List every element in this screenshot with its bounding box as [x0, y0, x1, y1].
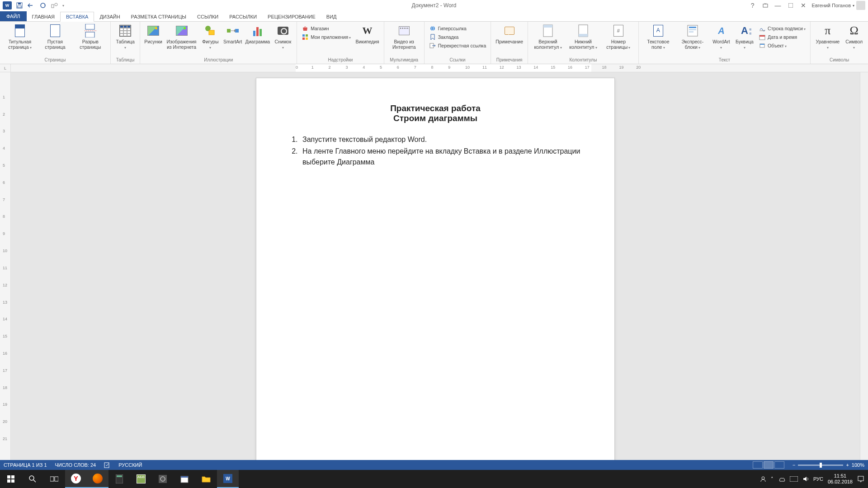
vertical-scrollbar[interactable] — [860, 72, 868, 460]
taskbar-calculator[interactable] — [108, 470, 130, 488]
tab-references[interactable]: ССЫЛКИ — [192, 12, 224, 21]
vertical-ruler[interactable]: 123456789101112131415161718192021 — [0, 72, 11, 460]
close-icon[interactable]: ✕ — [799, 2, 807, 9]
search-button[interactable] — [22, 470, 43, 488]
cover-page-button[interactable]: Титульная страница — [3, 23, 37, 51]
undo-icon[interactable] — [27, 1, 35, 9]
footer-button[interactable]: Нижний колонтитул — [566, 23, 600, 51]
zoom-in-button[interactable]: + — [846, 462, 849, 468]
smartart-button[interactable]: SmartArt — [222, 23, 243, 45]
quick-parts-button[interactable]: Экспресс-блоки — [676, 23, 709, 51]
group-symbols: πУравнение ΩСимвол Символы — [811, 22, 868, 64]
taskbar-app-2[interactable] — [152, 470, 174, 488]
tab-home[interactable]: ГЛАВНАЯ — [27, 12, 60, 21]
tab-design[interactable]: ДИЗАЙН — [94, 12, 125, 21]
web-layout-button[interactable] — [774, 461, 784, 469]
redo-icon[interactable] — [39, 1, 47, 9]
symbol-button[interactable]: ΩСимвол — [843, 23, 865, 51]
equation-button[interactable]: πУравнение — [813, 23, 842, 51]
tab-mailings[interactable]: РАССЫЛКИ — [224, 12, 262, 21]
signature-line-button[interactable]: Строка подписи — [757, 24, 807, 33]
taskbar-yandex[interactable]: Y — [65, 470, 87, 488]
store-button[interactable]: Магазин — [300, 24, 353, 33]
page[interactable]: Практическая работа Строим диаграммы Зап… — [256, 78, 615, 460]
system-tray: ˄ РУС 11:51 06.02.2018 — [760, 473, 868, 484]
date-time-button[interactable]: Дата и время — [757, 33, 807, 41]
quick-access-toolbar: W ▾ — [0, 1, 64, 9]
online-video-button[interactable]: Видео из Интернета — [387, 23, 421, 51]
tray-keyboard-icon[interactable] — [790, 476, 798, 482]
document-scroll[interactable]: Практическая работа Строим диаграммы Зап… — [11, 72, 860, 460]
ribbon-options-icon[interactable] — [761, 2, 769, 9]
tray-ime[interactable]: РУС — [813, 476, 823, 482]
task-view-button[interactable] — [43, 470, 65, 488]
avatar — [856, 1, 865, 10]
qat-customize-icon[interactable]: ▾ — [62, 4, 64, 8]
page-number-button[interactable]: #Номер страницы — [601, 23, 636, 51]
svg-rect-4 — [52, 5, 54, 8]
taskbar-firefox[interactable] — [87, 470, 108, 488]
svg-point-51 — [762, 477, 764, 479]
tray-clock[interactable]: 11:51 06.02.2018 — [828, 473, 853, 484]
tray-people-icon[interactable] — [760, 476, 766, 482]
user-account[interactable]: Евгений Поганов ▾ — [812, 1, 865, 10]
wikipedia-button[interactable]: WВикипедия — [354, 23, 381, 45]
status-page[interactable]: СТРАНИЦА 1 ИЗ 1 — [4, 462, 47, 468]
pictures-button[interactable]: Рисунки — [143, 23, 163, 45]
screenshot-button[interactable]: Снимок — [272, 23, 294, 51]
horizontal-ruler[interactable]: L 01234567891011121314151617181920 — [0, 64, 868, 72]
wordart-button[interactable]: AWordArt — [710, 23, 732, 51]
online-pictures-button[interactable]: Изображения из Интернета — [165, 23, 199, 51]
page-break-button[interactable]: Разрыв страницы — [73, 23, 108, 51]
tray-onedrive-icon[interactable] — [778, 476, 785, 482]
zoom-value[interactable]: 100% — [852, 462, 864, 468]
svg-rect-47 — [159, 475, 167, 483]
svg-rect-24 — [543, 25, 552, 28]
group-tables: Таблица Таблицы — [111, 22, 141, 64]
drop-cap-button[interactable]: A≡≡Буквица — [733, 23, 756, 51]
tab-view[interactable]: ВИД — [321, 12, 342, 21]
status-proofing-icon[interactable] — [104, 462, 110, 468]
tab-review[interactable]: РЕЦЕНЗИРОВАНИЕ — [262, 12, 321, 21]
touch-mode-icon[interactable] — [51, 1, 59, 9]
maximize-icon[interactable] — [787, 2, 795, 9]
zoom-out-button[interactable]: − — [793, 462, 795, 468]
tray-volume-icon[interactable] — [802, 476, 809, 482]
print-layout-button[interactable] — [764, 461, 774, 469]
table-button[interactable]: Таблица — [113, 23, 137, 51]
tab-file[interactable]: ФАЙЛ — [0, 11, 27, 21]
status-words[interactable]: ЧИСЛО СЛОВ: 24 — [55, 462, 96, 468]
taskbar: Y АБВ W ˄ РУС 11:51 06.02.2018 — [0, 470, 868, 488]
minimize-icon[interactable]: — — [774, 2, 782, 9]
group-pages: Титульная страница Пустая страница Разры… — [0, 22, 111, 64]
help-icon[interactable]: ? — [749, 2, 757, 9]
svg-rect-39 — [7, 479, 10, 483]
status-language[interactable]: РУССКИЙ — [118, 462, 142, 468]
text-box-button[interactable]: AТекстовое поле — [642, 23, 675, 51]
doc-list: Запустите текстовый редактор Word. На ле… — [288, 134, 583, 168]
my-apps-button[interactable]: Мои приложения — [300, 33, 353, 41]
group-label: Текст — [642, 56, 807, 64]
shapes-button[interactable]: Фигуры — [199, 23, 221, 51]
view-buttons — [753, 461, 784, 469]
taskbar-word[interactable]: W — [217, 470, 239, 488]
taskbar-app-1[interactable]: АБВ — [130, 470, 152, 488]
bookmark-button[interactable]: Закладка — [427, 33, 488, 41]
header-button[interactable]: Верхний колонтитул — [531, 23, 565, 51]
chart-button[interactable]: Диаграмма — [244, 23, 271, 45]
blank-page-button[interactable]: Пустая страница — [38, 23, 72, 51]
tray-up-icon[interactable]: ˄ — [771, 476, 774, 482]
comment-button[interactable]: Примечание — [494, 23, 525, 45]
cross-reference-button[interactable]: Перекрестная ссылка — [427, 42, 488, 50]
save-icon[interactable] — [15, 1, 24, 9]
hyperlink-button[interactable]: Гиперссылка — [427, 24, 488, 33]
tab-layout[interactable]: РАЗМЕТКА СТРАНИЦЫ — [126, 12, 192, 21]
read-mode-button[interactable] — [753, 461, 763, 469]
taskbar-explorer[interactable] — [195, 470, 217, 488]
start-button[interactable] — [0, 470, 22, 488]
tray-notifications-icon[interactable] — [857, 475, 864, 483]
zoom-slider[interactable] — [798, 465, 843, 466]
object-button[interactable]: Объект — [757, 42, 807, 50]
tab-insert[interactable]: ВСТАВКА — [60, 12, 94, 22]
taskbar-calendar[interactable] — [174, 470, 195, 488]
